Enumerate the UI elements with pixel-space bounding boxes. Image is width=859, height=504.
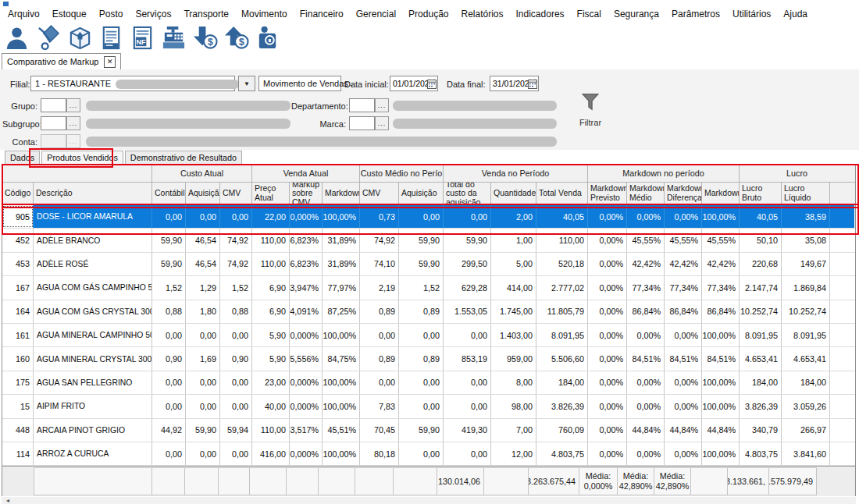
table-cell[interactable]: 905 — [2, 205, 34, 228]
table-cell[interactable]: 0,88 — [152, 300, 186, 323]
table-cell[interactable]: 1,69 — [186, 347, 220, 370]
table-cell[interactable]: 453 — [2, 253, 34, 275]
table-cell[interactable]: 45,51% — [323, 419, 360, 442]
menu-item-ajuda[interactable]: Ajuda — [777, 9, 814, 20]
column-header-quantidade-11[interactable]: Quantidade — [491, 183, 536, 204]
table-cell[interactable]: 74,92 — [220, 253, 252, 275]
table-row-164[interactable]: 164AGUA COM GÁS CRYSTAL 300ML0,881,800,8… — [2, 300, 855, 324]
table-cell[interactable]: 31,89% — [323, 229, 360, 251]
table-row-114[interactable]: 114ARROZ A CURUCA0,000,000,00416,000,000… — [2, 442, 855, 466]
column-header-cmv-8[interactable]: CMV — [360, 183, 399, 204]
table-cell[interactable]: 0,000% — [290, 324, 323, 346]
table-cell[interactable]: 0,00% — [588, 395, 627, 417]
column-header-total-venda-12[interactable]: Total Venda — [536, 183, 588, 204]
table-cell[interactable]: 0,00 — [360, 324, 399, 346]
horizontal-scrollbar[interactable]: ◄ — [2, 497, 856, 504]
table-cell[interactable]: 84,51% — [627, 347, 665, 370]
table-cell[interactable]: 80,18 — [360, 442, 399, 465]
table-cell[interactable]: 0,90 — [220, 347, 252, 370]
table-cell[interactable]: 414,00 — [491, 276, 536, 299]
table-cell[interactable]: 40,05 — [740, 205, 782, 228]
toolbar-nf-invoice-icon[interactable]: NF — [127, 23, 158, 52]
table-cell[interactable]: 1.403,00 — [491, 324, 536, 346]
table-cell[interactable]: 44,84% — [627, 419, 665, 442]
table-cell[interactable]: 7,83 — [360, 395, 399, 417]
start-date-input[interactable] — [390, 79, 427, 88]
table-cell[interactable]: 0,00% — [588, 205, 627, 228]
table-cell[interactable]: 22,00 — [252, 205, 290, 228]
menu-item-fiscal[interactable]: Fiscal — [571, 9, 608, 20]
table-cell[interactable]: 1,29 — [186, 276, 220, 299]
table-cell[interactable]: 853,19 — [444, 347, 491, 370]
column-header-markup-sobre-cmv-6[interactable]: Markup sobre CMV — [290, 183, 323, 204]
table-cell[interactable]: 12,00 — [491, 442, 536, 465]
column-header-lucro-bruto-17[interactable]: Lucro Bruto — [740, 183, 782, 204]
table-cell[interactable]: 38,59 — [782, 205, 830, 228]
table-cell[interactable]: 74,92 — [360, 229, 399, 251]
table-cell[interactable]: 0,00 — [220, 395, 252, 417]
table-cell[interactable]: 175 — [2, 371, 34, 394]
document-tab-comparativo-de-markup[interactable]: Comparativo de Markup ✕ — [2, 53, 121, 69]
table-cell[interactable]: 0,00% — [627, 324, 665, 346]
brand-browse-button[interactable]: ... — [375, 116, 389, 130]
group-input[interactable] — [41, 98, 66, 112]
table-cell[interactable]: 1,52 — [220, 276, 252, 299]
table-cell[interactable]: 100,00% — [702, 442, 740, 465]
department-browse-button[interactable]: ... — [375, 98, 389, 112]
subgroup-input[interactable] — [41, 116, 66, 130]
filial-combobox[interactable]: 1 - RESTAURANTE ⌄ — [30, 76, 235, 91]
table-cell[interactable]: 3.841,60 — [782, 442, 830, 465]
table-cell[interactable]: 40,00 — [252, 395, 290, 417]
table-cell[interactable]: 2.147,74 — [740, 276, 782, 299]
column-header-markdown-medio-14[interactable]: Markdown Médio — [627, 183, 665, 204]
table-cell[interactable]: 0,000% — [290, 205, 323, 228]
table-cell[interactable]: 266,97 — [782, 419, 830, 442]
toolbar-hand-truck-icon[interactable] — [33, 23, 64, 52]
table-cell[interactable]: 0,00 — [152, 442, 186, 465]
table-cell[interactable]: 0,00 — [444, 324, 491, 346]
table-cell[interactable]: ADÈLE BRANCO — [34, 229, 152, 251]
table-cell[interactable]: 8,00 — [491, 371, 536, 394]
table-cell[interactable]: 10.252,74 — [782, 300, 830, 323]
table-cell[interactable]: 77,34% — [702, 276, 740, 299]
column-header-aquisicao-9[interactable]: Aquisição — [399, 183, 444, 204]
table-cell[interactable]: 15 — [2, 395, 34, 417]
table-cell[interactable]: 46,54 — [186, 253, 220, 275]
table-cell[interactable]: 84,51% — [665, 347, 702, 370]
table-cell[interactable]: 0,000% — [290, 442, 323, 465]
table-cell[interactable]: 10.252,74 — [740, 300, 782, 323]
table-cell[interactable]: 59,90 — [152, 229, 186, 251]
column-header-cmv-4[interactable]: CMV — [220, 183, 252, 204]
table-cell[interactable]: 5,90 — [252, 347, 290, 370]
table-cell[interactable]: 0,00 — [220, 205, 252, 228]
table-cell[interactable]: 46,823% — [290, 253, 323, 275]
table-cell[interactable]: 59,94 — [220, 419, 252, 442]
table-cell[interactable]: 416,00 — [252, 442, 290, 465]
table-row-167[interactable]: 167AGUA COM GÁS CAMPINHO 500ML1,521,291,… — [2, 276, 855, 300]
table-cell[interactable]: 59,90 — [444, 229, 491, 251]
table-cell[interactable]: 0,00 — [444, 442, 491, 465]
table-cell[interactable]: 419,30 — [444, 419, 491, 442]
toolbar-package-icon[interactable] — [64, 23, 95, 52]
table-cell[interactable]: 59,90 — [399, 419, 444, 442]
table-cell[interactable]: 84,75% — [323, 347, 360, 370]
toolbar-cash-register-icon[interactable] — [158, 23, 189, 52]
tab-demonstrativo-de-resultado[interactable]: Demonstrativo de Resultado — [125, 151, 242, 164]
table-cell[interactable]: 100,00% — [323, 205, 360, 228]
table-cell[interactable]: 0,00 — [444, 395, 491, 417]
table-cell[interactable]: 59,90 — [399, 229, 444, 251]
table-cell[interactable]: 77,34% — [665, 276, 702, 299]
table-cell[interactable]: 0,00% — [588, 347, 627, 370]
table-cell[interactable]: 87,25% — [323, 300, 360, 323]
table-cell[interactable]: 3.826,39 — [536, 395, 588, 417]
group-browse-button[interactable]: ... — [66, 98, 80, 112]
table-cell[interactable]: 0,00% — [665, 371, 702, 394]
table-cell[interactable]: 86,84% — [627, 300, 665, 323]
table-cell[interactable]: 8.091,95 — [782, 324, 830, 346]
table-cell[interactable]: 0,89 — [399, 300, 444, 323]
table-cell[interactable]: 40,05 — [536, 205, 588, 228]
end-date-input[interactable] — [490, 79, 528, 88]
table-cell[interactable]: 0,00% — [627, 205, 665, 228]
column-header-total-do-custo-da-aquisicao-10[interactable]: Total do custo da aquisição — [444, 183, 491, 204]
menu-item-parametros[interactable]: Parâmetros — [665, 9, 726, 20]
